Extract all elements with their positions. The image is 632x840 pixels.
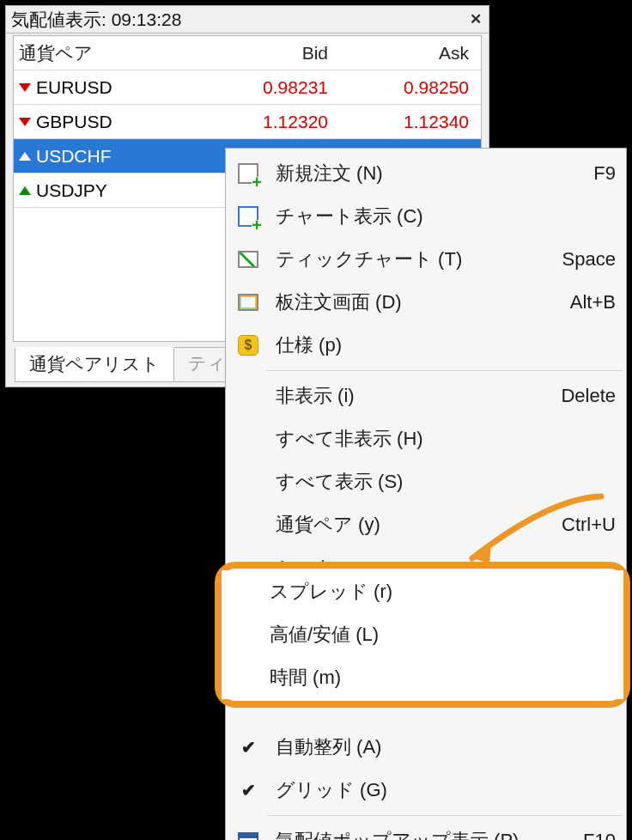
table-row[interactable]: EURUSD 0.98231 0.98250 bbox=[14, 70, 481, 105]
tab-bar: 通貨ペアリスト ティッ bbox=[15, 346, 259, 381]
symbol-label: GBPUSD bbox=[36, 112, 112, 132]
tick-icon bbox=[233, 244, 264, 275]
dom-icon bbox=[233, 287, 264, 318]
table-row[interactable]: GBPUSD 1.12320 1.12340 bbox=[14, 105, 481, 139]
highlight-placeholder bbox=[228, 597, 624, 726]
arrow-up-icon bbox=[19, 152, 31, 161]
menu-hide-all[interactable]: すべて非表示 (H) bbox=[228, 417, 624, 460]
check-icon: ✔ bbox=[233, 732, 264, 763]
header-symbol[interactable]: 通貨ペア bbox=[14, 41, 203, 65]
ask-value: 1.12340 bbox=[343, 112, 481, 132]
menu-sets[interactable]: セット bbox=[228, 546, 624, 589]
menu-new-order[interactable]: 新規注文 (N) F9 bbox=[228, 152, 624, 195]
bid-value: 0.98231 bbox=[203, 77, 343, 98]
menu-tick-chart[interactable]: ティックチャート (T) Space bbox=[228, 238, 624, 281]
check-icon: ✔ bbox=[233, 775, 264, 806]
symbol-label: USDJPY bbox=[36, 180, 107, 201]
menu-popup-prices[interactable]: 気配値ポップアップ表示 (P) F10 bbox=[228, 819, 624, 840]
close-icon[interactable]: ✕ bbox=[468, 12, 483, 27]
symbol-label: USDCHF bbox=[36, 146, 112, 167]
arrow-down-icon bbox=[19, 83, 31, 92]
menu-grid[interactable]: ✔ グリッド (G) bbox=[228, 769, 624, 812]
menu-hide[interactable]: 非表示 (i) Delete bbox=[228, 374, 624, 417]
menu-separator bbox=[267, 815, 623, 816]
titlebar: 気配値表示: 09:13:28 ✕ bbox=[6, 6, 489, 33]
window-title: 気配値表示: 09:13:28 bbox=[11, 8, 468, 32]
arrow-up-icon bbox=[19, 186, 31, 195]
bid-value: 1.12320 bbox=[203, 112, 343, 132]
order-icon bbox=[233, 158, 264, 189]
menu-depth-of-market[interactable]: 板注文画面 (D) Alt+B bbox=[228, 281, 624, 324]
header-bid[interactable]: Bid bbox=[203, 43, 343, 64]
table-header: 通貨ペア Bid Ask bbox=[14, 36, 481, 70]
menu-auto-arrange[interactable]: ✔ 自動整列 (A) bbox=[228, 726, 624, 769]
ask-value: 0.98250 bbox=[343, 77, 481, 98]
arrow-down-icon bbox=[19, 118, 31, 126]
menu-symbols[interactable]: 通貨ペア (y) Ctrl+U bbox=[228, 503, 624, 546]
spec-icon: $ bbox=[233, 330, 264, 361]
popup-icon bbox=[233, 825, 264, 840]
menu-separator bbox=[267, 370, 623, 371]
menu-specification[interactable]: $ 仕様 (p) bbox=[228, 324, 624, 367]
tab-symbols[interactable]: 通貨ペアリスト bbox=[15, 347, 174, 382]
symbol-label: EURUSD bbox=[36, 77, 112, 98]
context-menu: 新規注文 (N) F9 チャート表示 (C) ティックチャート (T) Spac… bbox=[225, 148, 627, 840]
header-ask[interactable]: Ask bbox=[343, 43, 481, 64]
menu-separator bbox=[267, 593, 623, 593]
menu-show-all[interactable]: すべて表示 (S) bbox=[228, 460, 624, 503]
chart-icon bbox=[233, 201, 264, 232]
menu-chart-window[interactable]: チャート表示 (C) bbox=[228, 195, 624, 238]
submenu-arrow-icon bbox=[609, 563, 616, 573]
